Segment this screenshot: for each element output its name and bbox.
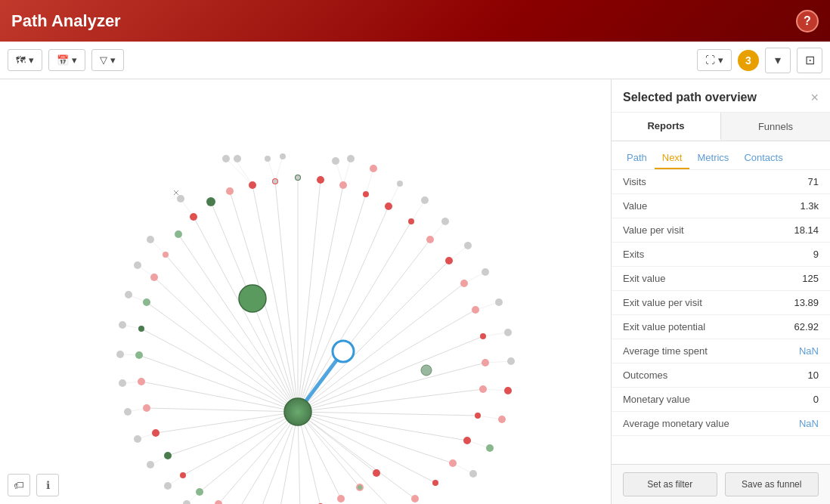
graph-dropdown-arrow: ▾ (718, 54, 723, 66)
svg-point-110 (150, 274, 158, 281)
svg-line-16 (298, 412, 467, 441)
graph-layout-button[interactable]: ⛶ ▾ (697, 49, 732, 71)
svg-line-60 (485, 361, 511, 363)
svg-point-139 (421, 196, 429, 204)
svg-point-125 (296, 175, 300, 180)
main-tab-group: Reports Funnels (612, 113, 830, 141)
svg-point-135 (332, 157, 339, 165)
svg-point-94 (190, 213, 197, 221)
map-dropdown-arrow: ▾ (29, 54, 34, 66)
tab-reports[interactable]: Reports (612, 113, 721, 141)
metric-value: NaN (799, 345, 819, 357)
svg-line-26 (154, 277, 298, 412)
svg-point-119 (175, 230, 182, 238)
metric-row: Exit value potential62.92 (612, 315, 830, 339)
svg-point-78 (249, 181, 256, 189)
metric-label: Average time spent (623, 345, 708, 357)
svg-point-101 (479, 385, 487, 393)
svg-point-83 (408, 218, 414, 224)
svg-point-100 (482, 359, 489, 366)
metric-value: 10 (808, 369, 819, 381)
svg-point-141 (464, 242, 472, 249)
svg-line-49 (275, 156, 283, 181)
svg-point-90 (373, 469, 380, 477)
calendar-dropdown-arrow: ▾ (72, 54, 77, 66)
subtab-path[interactable]: Path (619, 147, 655, 169)
svg-line-36 (218, 412, 298, 504)
metric-row: Exit value125 (612, 267, 830, 291)
tab-funnels[interactable]: Funnels (721, 113, 830, 141)
svg-point-136 (347, 155, 355, 162)
svg-point-112 (206, 197, 215, 206)
subtab-metrics[interactable]: Metrics (689, 147, 736, 169)
panel-title: Selected path overview (623, 91, 757, 104)
svg-point-111 (163, 252, 169, 258)
subtab-contacts[interactable]: Contacts (736, 147, 790, 169)
metric-label: Visits (623, 176, 646, 187)
info-button[interactable]: ℹ (36, 474, 59, 496)
metric-label: Value per visit (623, 224, 684, 236)
help-button[interactable]: ? (796, 10, 819, 32)
metric-value: 0 (813, 394, 819, 405)
svg-point-155 (116, 351, 124, 358)
svg-point-151 (147, 236, 154, 243)
filter-icon: ▽ (100, 54, 107, 66)
filter-dropdown-button[interactable]: ▽ ▾ (91, 49, 124, 71)
svg-point-84 (445, 257, 453, 264)
svg-point-145 (507, 357, 515, 365)
svg-line-59 (483, 332, 508, 336)
svg-point-99 (472, 306, 479, 314)
metric-value: 71 (808, 176, 819, 187)
svg-point-107 (411, 495, 419, 502)
svg-point-92 (463, 437, 471, 444)
svg-point-149 (469, 470, 477, 478)
subtab-next[interactable]: Next (655, 147, 690, 169)
map-dropdown-button[interactable]: 🗺 ▾ (8, 49, 42, 71)
svg-point-85 (480, 333, 486, 339)
svg-line-23 (194, 217, 298, 412)
svg-point-82 (385, 203, 392, 210)
svg-line-6 (298, 206, 389, 412)
svg-line-48 (268, 159, 275, 181)
close-button[interactable]: × (810, 91, 819, 104)
metric-value: NaN (799, 418, 819, 429)
calendar-dropdown-button[interactable]: 📅 ▾ (48, 49, 85, 71)
svg-line-51 (343, 159, 351, 185)
tag-button[interactable]: 🏷 (8, 474, 30, 496)
app-title: Path Analyzer (11, 11, 121, 31)
panel-footer: Set as filter Save as funnel (612, 464, 830, 504)
svg-line-18 (298, 412, 435, 483)
metric-label: Monetary value (623, 394, 690, 405)
svg-point-102 (449, 459, 457, 467)
calendar-icon: 📅 (57, 54, 69, 66)
right-panel: Selected path overview × Reports Funnels… (611, 79, 830, 504)
panel-toggle-button[interactable]: ⊡ (797, 48, 822, 73)
svg-point-132 (222, 155, 230, 162)
svg-line-53 (389, 184, 400, 206)
svg-line-15 (298, 412, 478, 416)
svg-point-146 (504, 387, 512, 394)
svg-point-133 (265, 156, 271, 162)
dropdown-arrow-button[interactable]: ▾ (765, 48, 791, 73)
svg-line-46 (237, 162, 252, 185)
svg-point-129 (333, 341, 354, 362)
svg-point-95 (226, 187, 234, 195)
metric-label: Exit value potential (623, 321, 705, 332)
sub-tab-group: Path Next Metrics Contacts (612, 141, 830, 170)
metric-value: 13.89 (794, 297, 819, 308)
svg-point-142 (482, 268, 489, 276)
metric-label: Exit value (623, 273, 665, 284)
graph-icon: ⛶ (705, 54, 715, 66)
svg-line-38 (259, 412, 298, 504)
graph-area[interactable]: 🏷 ℹ (0, 79, 611, 504)
svg-line-3 (298, 180, 321, 412)
set-as-filter-button[interactable]: Set as filter (623, 472, 717, 496)
svg-point-161 (183, 500, 190, 504)
svg-point-96 (339, 181, 347, 189)
metric-row: Visits71 (612, 170, 830, 194)
save-as-funnel-button[interactable]: Save as funnel (725, 472, 819, 496)
svg-line-52 (366, 169, 373, 194)
svg-point-98 (460, 280, 468, 287)
svg-point-108 (143, 404, 150, 412)
svg-point-120 (143, 298, 150, 306)
